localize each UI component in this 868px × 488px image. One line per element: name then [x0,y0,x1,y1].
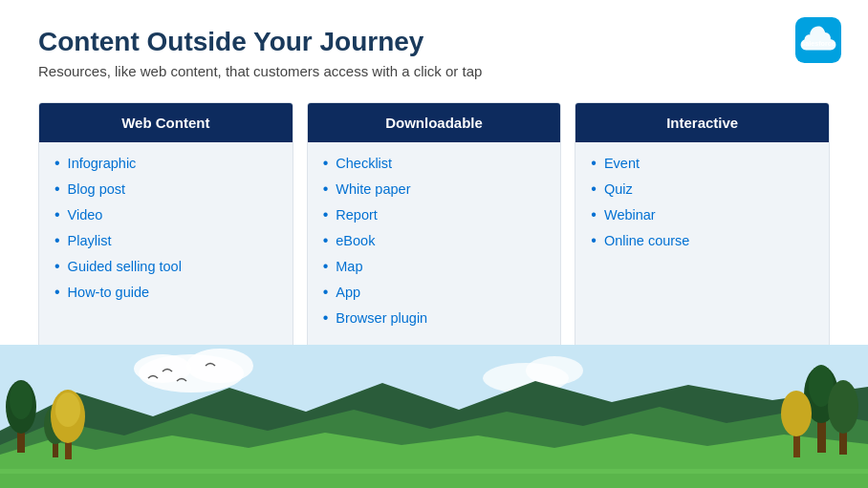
web-content-column: Web Content Infographic Blog post Video … [38,102,293,356]
downloadable-list: Checklist White paper Report eBook Map A… [323,156,546,327]
content-columns: Web Content Infographic Blog post Video … [0,102,868,356]
slide: salesforce Content Outside Your Journey … [0,0,868,488]
interactive-column: Interactive Event Quiz Webinar Online co… [575,102,830,356]
svg-point-25 [828,380,858,434]
list-item: App [323,285,546,301]
list-item: Checklist [323,156,546,172]
salesforce-logo: salesforce [795,17,841,63]
list-item: White paper [323,181,546,198]
svg-rect-12 [0,469,868,474]
list-item: Quiz [591,181,814,198]
list-item: Guided selling tool [54,259,277,275]
list-item: Event [591,156,814,172]
downloadable-header: Downloadable [308,103,561,142]
list-item: Blog post [54,181,277,198]
list-item: Browser plugin [323,310,546,327]
list-item: Playlist [54,233,277,249]
list-item: Webinar [591,207,814,223]
header: Content Outside Your Journey Resources, … [0,0,868,89]
list-item: Report [323,207,546,223]
interactive-header: Interactive [575,103,829,142]
svg-point-20 [55,393,80,427]
list-item: How-to guide [54,285,277,301]
list-item: Map [323,259,546,275]
list-item: eBook [323,233,546,249]
web-content-header: Web Content [39,103,293,142]
svg-point-15 [10,381,33,419]
svg-point-27 [781,391,812,436]
downloadable-body: Checklist White paper Report eBook Map A… [308,142,561,355]
landscape-illustration [0,345,868,488]
downloadable-column: Downloadable Checklist White paper Repor… [307,102,562,356]
list-item: Infographic [54,156,277,172]
interactive-list: Event Quiz Webinar Online course [591,156,814,249]
landscape-svg [0,345,868,488]
interactive-body: Event Quiz Webinar Online course [575,142,829,278]
list-item: Online course [591,233,814,249]
svg-point-7 [526,356,583,385]
list-item: Video [54,207,277,223]
svg-point-4 [186,349,253,383]
page-subtitle: Resources, like web content, that custom… [38,63,830,79]
web-content-body: Infographic Blog post Video Playlist Gui… [39,142,293,329]
page-title: Content Outside Your Journey [38,27,830,57]
web-content-list: Infographic Blog post Video Playlist Gui… [54,156,277,301]
